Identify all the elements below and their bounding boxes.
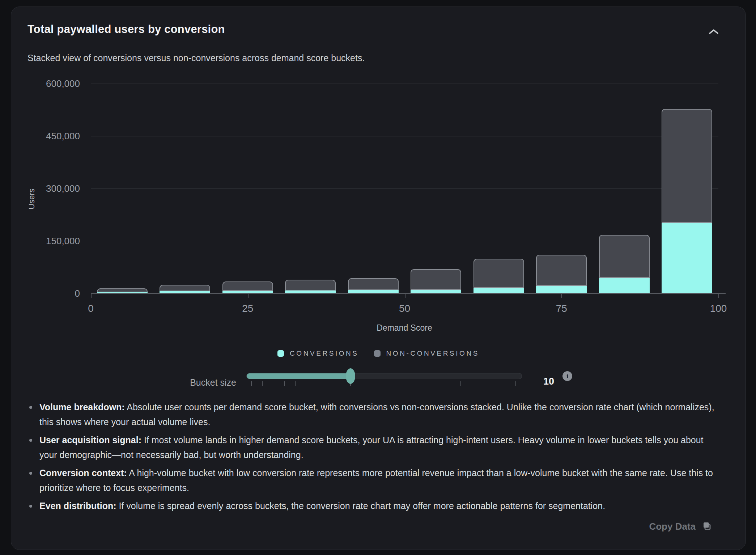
- y-axis-tick-label: 300,000: [13, 183, 80, 194]
- slider-tick: [284, 381, 285, 386]
- notes-list: Volume breakdown: Absolute user counts p…: [28, 400, 715, 517]
- x-axis-tickmark: [405, 293, 405, 298]
- bar-segment-conversions[interactable]: [473, 288, 524, 293]
- note-text: If volume is spread evenly across bucket…: [116, 501, 606, 511]
- bar-segment-non-conversions[interactable]: [536, 255, 587, 286]
- gridline: [91, 84, 718, 84]
- note-text: Absolute user counts per demand score bu…: [39, 402, 714, 427]
- copy-data-button[interactable]: Copy Data: [647, 521, 714, 533]
- bar-segment-non-conversions[interactable]: [662, 109, 712, 223]
- legend-item-non-conversions[interactable]: NON-CONVERSIONS: [374, 349, 479, 357]
- slider-tick: [460, 381, 461, 386]
- legend-label: NON-CONVERSIONS: [386, 349, 479, 357]
- slider-tick: [515, 381, 516, 386]
- bar-70-80[interactable]: [536, 253, 587, 293]
- bucket-size-slider-track[interactable]: [246, 373, 522, 379]
- bar-60-70[interactable]: [473, 257, 524, 293]
- copy-icon: [702, 521, 712, 532]
- card-subtitle: Stacked view of conversions versus non-c…: [27, 53, 365, 63]
- bar-10-20[interactable]: [160, 283, 210, 293]
- x-axis-tickmark: [718, 293, 719, 298]
- note-lead: User acquisition signal:: [39, 435, 141, 445]
- gridline: [91, 136, 718, 136]
- x-axis-tick-label: 25: [226, 303, 269, 314]
- chart-card: Total paywalled users by conversion Stac…: [11, 7, 746, 550]
- note-lead: Conversion context:: [39, 468, 127, 478]
- bar-segment-conversions[interactable]: [662, 223, 712, 293]
- x-axis-tickmark: [248, 293, 249, 298]
- page-title: Total paywalled users by conversion: [27, 23, 225, 36]
- list-item: Even distribution: If volume is spread e…: [28, 499, 715, 513]
- x-axis-tick-label: 50: [383, 303, 426, 314]
- x-axis-title: Demand Score: [332, 323, 477, 333]
- bar-segment-non-conversions[interactable]: [160, 285, 210, 291]
- x-axis-tickmark: [561, 293, 562, 298]
- list-item: Volume breakdown: Absolute user counts p…: [28, 400, 715, 429]
- bar-segment-non-conversions[interactable]: [285, 280, 336, 291]
- bar-segment-non-conversions[interactable]: [222, 281, 273, 291]
- collapse-button[interactable]: [705, 24, 722, 40]
- y-axis-tick-label: 150,000: [13, 236, 80, 247]
- bar-0-10[interactable]: [97, 287, 148, 293]
- stacked-bar-chart: 600,000450,000300,000150,00000255075100: [91, 84, 718, 293]
- bucket-size-slider-fill: [247, 373, 352, 379]
- bar-20-30[interactable]: [222, 280, 273, 293]
- bar-segment-non-conversions[interactable]: [473, 259, 524, 288]
- list-item: Conversion context: A high-volume bucket…: [28, 466, 715, 495]
- legend-item-conversions[interactable]: CONVERSIONS: [277, 349, 359, 357]
- y-axis-tick-label: 450,000: [13, 131, 80, 142]
- bar-90-100[interactable]: [662, 107, 712, 293]
- bar-80-90[interactable]: [599, 233, 650, 293]
- chart-legend: CONVERSIONS NON-CONVERSIONS: [11, 349, 746, 357]
- x-axis-tickmark: [91, 293, 92, 298]
- copy-data-label: Copy Data: [649, 521, 696, 532]
- x-axis-line: [91, 293, 726, 294]
- bucket-size-value: 10: [538, 376, 560, 387]
- non-conversions-swatch-icon: [374, 350, 381, 357]
- note-text: A high-volume bucket with low conversion…: [39, 468, 713, 493]
- bar-30-40[interactable]: [285, 278, 336, 293]
- slider-tick: [251, 381, 252, 386]
- y-axis-tick-label: 600,000: [13, 78, 80, 89]
- y-axis-title: Users: [27, 181, 38, 217]
- slider-tick: [262, 381, 263, 386]
- info-icon[interactable]: i: [562, 371, 572, 381]
- bar-segment-non-conversions[interactable]: [97, 288, 148, 292]
- legend-label: CONVERSIONS: [290, 349, 359, 357]
- slider-tick: [295, 381, 296, 386]
- x-axis-tick-label: 75: [540, 303, 583, 314]
- chevron-up-icon: [708, 29, 719, 36]
- bar-segment-non-conversions[interactable]: [599, 235, 650, 278]
- bar-segment-non-conversions[interactable]: [411, 269, 461, 290]
- conversions-swatch-icon: [277, 350, 284, 357]
- bucket-size-label: Bucket size: [138, 377, 236, 388]
- list-item: User acquisition signal: If most volume …: [28, 433, 715, 462]
- bar-segment-non-conversions[interactable]: [348, 278, 399, 290]
- gridline: [91, 188, 718, 189]
- bucket-size-slider-thumb[interactable]: [346, 368, 355, 384]
- bar-segment-conversions[interactable]: [599, 278, 650, 294]
- bar-50-60[interactable]: [411, 268, 461, 293]
- bar-segment-conversions[interactable]: [536, 286, 587, 293]
- y-axis-tick-label: 0: [13, 288, 80, 299]
- note-lead: Volume breakdown:: [39, 402, 125, 412]
- bar-40-50[interactable]: [348, 277, 399, 293]
- note-lead: Even distribution:: [39, 501, 116, 511]
- x-axis-tick-label: 100: [697, 303, 740, 314]
- x-axis-tick-label: 0: [69, 303, 112, 314]
